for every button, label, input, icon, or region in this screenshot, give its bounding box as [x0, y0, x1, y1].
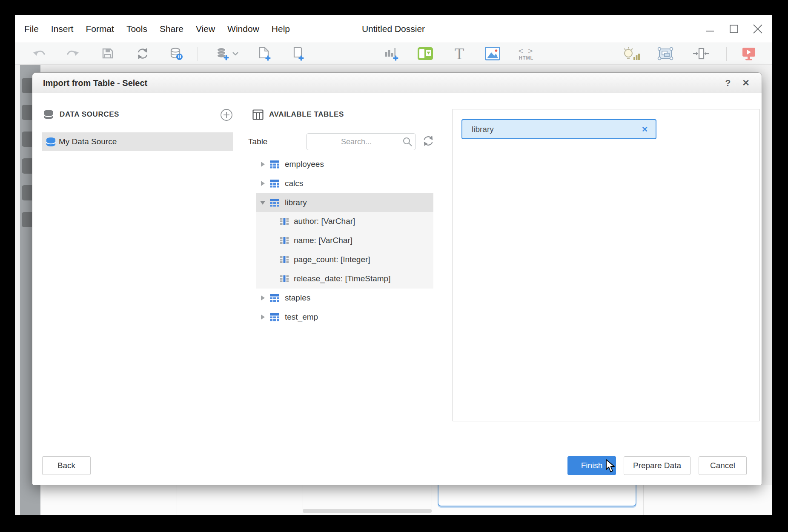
add-visualization-button[interactable]	[384, 46, 399, 61]
chevron-down-icon	[232, 51, 238, 56]
back-button[interactable]: Back	[42, 456, 91, 475]
table-grid-icon	[270, 313, 279, 321]
table-grid-icon	[270, 160, 279, 169]
expand-caret[interactable]	[259, 295, 266, 300]
tree-item-test-emp[interactable]: test_emp	[256, 308, 433, 326]
database-icon	[43, 109, 54, 120]
expand-caret[interactable]	[259, 181, 266, 186]
tree-column-release-date[interactable]: release_date: [TimeStamp]	[256, 269, 433, 288]
toolbar-separator	[726, 47, 727, 61]
redo-icon	[65, 48, 80, 60]
table-grid-icon	[270, 199, 279, 207]
background-divider	[432, 485, 432, 515]
column-icon	[280, 275, 289, 283]
tree-item-staples[interactable]: staples	[256, 289, 433, 307]
redo-button[interactable]	[65, 48, 80, 60]
page-add-icon	[258, 46, 271, 61]
table-icon	[252, 109, 264, 120]
app-window: File Insert Format Tools Share View Wind…	[15, 15, 772, 515]
text-tool-icon: T	[455, 46, 464, 62]
minimize-icon	[705, 24, 715, 34]
table-name: employees	[285, 160, 324, 169]
refresh-button[interactable]	[136, 47, 149, 60]
fit-width-button[interactable]	[693, 47, 710, 60]
dialog-title: Import from Table - Select	[43, 73, 147, 93]
datasets-button[interactable]	[169, 47, 183, 60]
search-icon	[402, 137, 413, 147]
tree-column-author[interactable]: author: [VarChar]	[256, 212, 433, 231]
present-button[interactable]	[741, 46, 756, 61]
column-name: page_count: [Integer]	[294, 255, 370, 264]
table-grid-icon	[270, 294, 279, 302]
search-input[interactable]	[306, 133, 416, 150]
add-document-button[interactable]	[292, 46, 304, 61]
layout-selection-icon	[657, 46, 673, 61]
fit-width-icon	[693, 47, 710, 60]
dialog-close-button[interactable]: ✕	[739, 73, 753, 93]
maximize-button[interactable]	[728, 23, 740, 35]
expand-caret[interactable]	[259, 315, 266, 320]
save-button[interactable]	[101, 47, 114, 60]
image-icon	[485, 47, 500, 60]
toolbar-separator	[198, 47, 198, 61]
layout-select-button[interactable]	[657, 46, 673, 61]
collapse-caret[interactable]	[259, 201, 266, 205]
caret-down-icon	[260, 201, 265, 205]
background-scrollbar	[303, 509, 432, 513]
column-icon	[280, 256, 289, 263]
undo-button[interactable]	[32, 48, 47, 60]
undo-icon	[32, 48, 47, 60]
column-icon	[280, 237, 289, 244]
table-name: calcs	[285, 179, 303, 188]
column-name: name: [VarChar]	[294, 236, 352, 245]
database-icon	[46, 137, 56, 147]
document-add-icon	[292, 46, 304, 61]
panel-divider	[242, 97, 242, 443]
tree-item-employees[interactable]: employees	[256, 155, 433, 174]
caret-right-icon	[261, 295, 265, 300]
save-icon	[101, 47, 114, 60]
plus-circle-icon	[220, 109, 233, 121]
add-selector-button[interactable]	[417, 47, 433, 60]
data-source-item[interactable]: My Data Source	[42, 132, 233, 151]
table-name: test_emp	[285, 312, 318, 322]
add-image-button[interactable]	[485, 47, 500, 60]
refresh-tables-button[interactable]	[422, 135, 435, 148]
available-tables-label: AVAILABLE TABLES	[269, 110, 344, 119]
cancel-button[interactable]: Cancel	[699, 456, 747, 475]
add-text-button[interactable]: T	[455, 46, 464, 62]
column-name: author: [VarChar]	[294, 217, 355, 226]
table-name: library	[285, 198, 307, 207]
toolbar: T < > HTML	[15, 43, 772, 65]
refresh-icon	[136, 47, 149, 60]
add-data-dropdown[interactable]	[232, 51, 238, 56]
add-page-button[interactable]	[258, 46, 271, 61]
background-divider	[177, 485, 177, 515]
tree-column-page-count[interactable]: page_count: [Integer]	[256, 250, 433, 269]
prepare-data-button[interactable]: Prepare Data	[624, 456, 691, 475]
expand-caret[interactable]	[259, 162, 266, 167]
minimize-button[interactable]	[704, 23, 716, 35]
close-button[interactable]	[751, 23, 764, 35]
add-data-button[interactable]	[216, 47, 229, 60]
dialog-header: Import from Table - Select ? ✕	[32, 73, 762, 93]
dialog-help-button[interactable]: ?	[721, 73, 735, 93]
table-filter-label: Table	[248, 132, 267, 151]
add-html-button[interactable]: < > HTML	[519, 47, 534, 60]
tree-column-name[interactable]: name: [VarChar]	[256, 231, 433, 250]
window-controls	[704, 15, 764, 43]
dialog-body: DATA SOURCES My Data Source AVAILABLE TA…	[32, 93, 762, 485]
insights-button[interactable]	[622, 46, 640, 61]
selected-table-chip[interactable]: library ✕	[461, 119, 656, 139]
chart-add-icon	[384, 46, 399, 61]
tree-item-library[interactable]: library	[256, 193, 433, 212]
code-brackets-glyph: < >	[519, 47, 534, 55]
tree-item-calcs[interactable]: calcs	[256, 174, 433, 193]
caret-right-icon	[261, 181, 265, 186]
add-data-source-button[interactable]	[220, 109, 233, 121]
html-label: HTML	[519, 56, 534, 60]
table-search	[306, 133, 416, 150]
remove-table-button[interactable]: ✕	[642, 125, 656, 134]
background-divider	[643, 485, 644, 515]
import-from-table-dialog: Import from Table - Select ? ✕ DATA SOUR…	[32, 72, 762, 485]
